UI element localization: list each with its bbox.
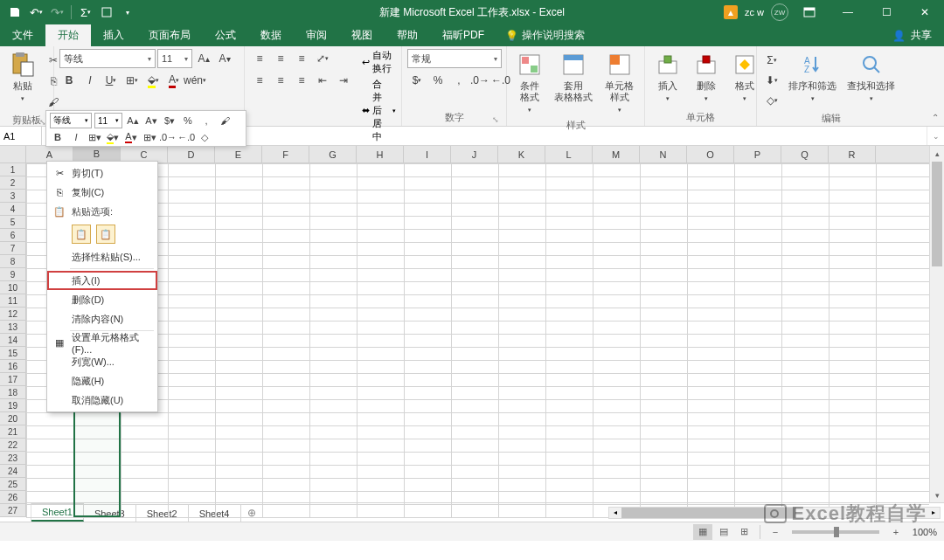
row-header-9[interactable]: 9 bbox=[0, 268, 25, 281]
column-header-R[interactable]: R bbox=[829, 146, 876, 162]
mini-currency-icon[interactable]: $▾ bbox=[162, 113, 177, 128]
new-icon[interactable] bbox=[97, 3, 116, 22]
user-avatar[interactable]: ZW bbox=[771, 3, 788, 21]
tab-page-layout[interactable]: 页面布局 bbox=[136, 24, 203, 46]
border-icon[interactable]: ⊞▾ bbox=[122, 71, 142, 90]
column-header-I[interactable]: I bbox=[404, 146, 451, 162]
collapse-ribbon-icon[interactable]: ⌃ bbox=[932, 113, 939, 122]
column-header-P[interactable]: P bbox=[734, 146, 781, 162]
tab-review[interactable]: 审阅 bbox=[294, 24, 339, 46]
scroll-down-icon[interactable]: ▾ bbox=[930, 487, 944, 502]
column-header-M[interactable]: M bbox=[593, 146, 640, 162]
context-unhide[interactable]: 取消隐藏(U) bbox=[47, 391, 157, 410]
row-header-16[interactable]: 16 bbox=[0, 360, 25, 373]
mini-bold-icon[interactable]: B bbox=[50, 129, 66, 145]
mini-border-icon[interactable]: ⊞▾ bbox=[87, 129, 102, 145]
column-header-L[interactable]: L bbox=[545, 146, 593, 162]
zoom-level[interactable]: 100% bbox=[913, 527, 937, 537]
number-format-combo[interactable]: 常规▾ bbox=[407, 49, 502, 68]
context-format-cells[interactable]: ▦设置单元格格式(F)... bbox=[47, 333, 157, 352]
fill-button[interactable]: ⬇▾ bbox=[762, 71, 781, 90]
tab-home[interactable]: 开始 bbox=[45, 24, 91, 46]
context-hide[interactable]: 隐藏(H) bbox=[47, 371, 157, 391]
decrease-font-icon[interactable]: A▾ bbox=[215, 49, 234, 68]
currency-icon[interactable]: $▾ bbox=[407, 71, 427, 90]
row-header-18[interactable]: 18 bbox=[0, 386, 25, 399]
horizontal-scrollbar[interactable]: ◂ ▸ bbox=[608, 507, 941, 519]
row-header-22[interactable]: 22 bbox=[0, 439, 25, 452]
paste-button[interactable]: 粘贴▾ bbox=[5, 49, 40, 105]
context-paste-special[interactable]: 选择性粘贴(S)... bbox=[47, 247, 157, 266]
page-break-view-icon[interactable]: ⊞ bbox=[735, 524, 754, 540]
find-select-button[interactable]: 查找和选择▾ bbox=[843, 49, 899, 105]
row-header-15[interactable]: 15 bbox=[0, 347, 25, 360]
align-bottom-icon[interactable]: ≡ bbox=[292, 49, 311, 68]
row-header-7[interactable]: 7 bbox=[0, 242, 25, 255]
decrease-indent-icon[interactable]: ⇤ bbox=[313, 71, 332, 90]
sort-filter-button[interactable]: AZ 排序和筛选▾ bbox=[785, 49, 840, 105]
row-header-21[interactable]: 21 bbox=[0, 425, 25, 439]
row-header-13[interactable]: 13 bbox=[0, 321, 25, 334]
mini-font-combo[interactable]: 等线▾ bbox=[50, 113, 92, 128]
maximize-button[interactable]: ☐ bbox=[869, 0, 904, 24]
mini-fill-icon[interactable]: ⬙▾ bbox=[105, 129, 121, 145]
tab-formulas[interactable]: 公式 bbox=[203, 24, 248, 46]
paste-option-values[interactable]: 📋 bbox=[96, 225, 115, 244]
increase-decimal-icon[interactable]: .0→ bbox=[470, 71, 489, 90]
zoom-slider[interactable] bbox=[792, 530, 879, 534]
row-header-23[interactable]: 23 bbox=[0, 452, 25, 465]
comma-icon[interactable]: , bbox=[449, 71, 469, 90]
save-icon[interactable] bbox=[5, 3, 24, 22]
merge-center-button[interactable]: ⬌合并后居中▾ bbox=[362, 78, 396, 143]
row-header-20[interactable]: 20 bbox=[0, 412, 25, 425]
vertical-scrollbar[interactable]: ▴ ▾ bbox=[929, 146, 944, 502]
format-table-button[interactable]: 套用 表格格式 bbox=[551, 49, 596, 105]
row-header-11[interactable]: 11 bbox=[0, 294, 25, 308]
percent-icon[interactable]: % bbox=[428, 71, 448, 90]
row-header-1[interactable]: 1 bbox=[0, 163, 25, 176]
undo-icon[interactable]: ↶▾ bbox=[26, 3, 45, 22]
name-box[interactable]: A1 bbox=[0, 127, 42, 145]
column-header-O[interactable]: O bbox=[687, 146, 734, 162]
row-header-12[interactable]: 12 bbox=[0, 308, 25, 321]
row-header-27[interactable]: 27 bbox=[0, 504, 25, 517]
minimize-button[interactable]: — bbox=[830, 0, 865, 24]
conditional-format-button[interactable]: 条件格式▾ bbox=[512, 49, 547, 117]
insert-cells-button[interactable]: 插入▾ bbox=[650, 49, 685, 105]
mini-font-color-icon[interactable]: A▾ bbox=[123, 129, 139, 145]
row-header-26[interactable]: 26 bbox=[0, 491, 25, 504]
font-name-combo[interactable]: 等线▾ bbox=[59, 49, 156, 68]
wrap-text-button[interactable]: ↩自动换行 bbox=[362, 49, 396, 75]
scrollbar-thumb[interactable] bbox=[932, 162, 942, 266]
qat-customize-icon[interactable]: ▾ bbox=[118, 3, 137, 22]
row-header-8[interactable]: 8 bbox=[0, 255, 25, 268]
mini-format-painter-icon[interactable]: 🖌 bbox=[217, 113, 233, 128]
row-header-5[interactable]: 5 bbox=[0, 216, 25, 229]
mini-border2-icon[interactable]: ⊞▾ bbox=[142, 129, 157, 145]
warning-icon[interactable]: ▲ bbox=[724, 5, 738, 19]
tab-insert[interactable]: 插入 bbox=[91, 24, 136, 46]
hscroll-thumb[interactable] bbox=[621, 508, 796, 518]
mini-size-combo[interactable]: 11▾ bbox=[94, 113, 122, 128]
row-header-2[interactable]: 2 bbox=[0, 176, 25, 190]
mini-italic-icon[interactable]: I bbox=[68, 129, 84, 145]
align-right-icon[interactable]: ≡ bbox=[292, 71, 311, 90]
row-header-3[interactable]: 3 bbox=[0, 190, 25, 203]
scroll-up-icon[interactable]: ▴ bbox=[930, 146, 944, 161]
bold-button[interactable]: B bbox=[59, 71, 79, 90]
context-cut[interactable]: ✂剪切(T) bbox=[47, 163, 157, 183]
select-all-corner[interactable] bbox=[0, 146, 26, 163]
column-header-G[interactable]: G bbox=[309, 146, 357, 162]
align-middle-icon[interactable]: ≡ bbox=[271, 49, 290, 68]
cell-styles-button[interactable]: 单元格样式▾ bbox=[600, 49, 639, 117]
tab-data[interactable]: 数据 bbox=[248, 24, 294, 46]
column-header-E[interactable]: E bbox=[215, 146, 262, 162]
column-header-D[interactable]: D bbox=[168, 146, 215, 162]
row-header-10[interactable]: 10 bbox=[0, 281, 25, 294]
row-header-24[interactable]: 24 bbox=[0, 465, 25, 478]
cells-area[interactable] bbox=[26, 163, 929, 517]
page-layout-view-icon[interactable]: ▤ bbox=[714, 524, 733, 540]
underline-button[interactable]: U▾ bbox=[101, 71, 121, 90]
tab-view[interactable]: 视图 bbox=[339, 24, 385, 46]
row-header-6[interactable]: 6 bbox=[0, 229, 25, 242]
